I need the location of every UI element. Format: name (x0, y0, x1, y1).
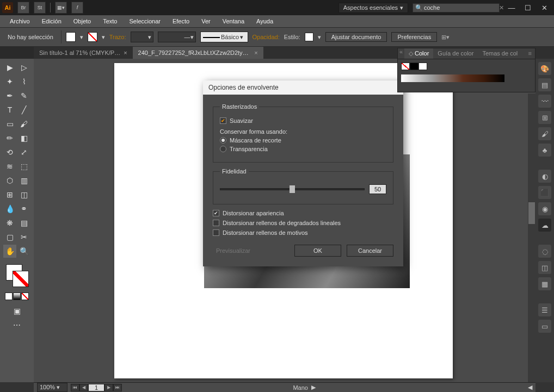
menu-seleccionar[interactable]: Seleccionar (124, 17, 165, 26)
stroke-color[interactable] (13, 271, 29, 287)
edit-toolbar-button[interactable]: ⋯ (10, 319, 23, 332)
fill-stroke-indicator[interactable] (4, 262, 30, 288)
type-tool[interactable]: T (3, 103, 16, 116)
menu-ver[interactable]: Ver (196, 17, 216, 26)
eraser-tool[interactable]: ◧ (17, 132, 30, 145)
direct-selection-tool[interactable]: ▷ (17, 61, 30, 74)
pen-tool[interactable]: ✒ (3, 89, 16, 102)
blend-tool[interactable]: ⚭ (17, 202, 30, 215)
collapse-panel-icon[interactable]: « (398, 48, 404, 59)
tab-temas[interactable]: Temas de col (478, 48, 522, 59)
artboard-number-input[interactable] (88, 384, 104, 391)
stroke-swatch[interactable] (88, 32, 97, 42)
fidelidad-value[interactable]: 50 (369, 184, 386, 194)
screen-mode-button[interactable]: ▣ (10, 304, 23, 318)
symbols2-panel-icon[interactable]: ♣ (538, 144, 551, 157)
distorsionar-degradados-checkbox[interactable]: Distorsionar rellenos de degradados line… (213, 220, 393, 226)
chevron-down-icon[interactable]: ▾ (102, 34, 105, 41)
vertical-scrollbar[interactable] (528, 94, 535, 382)
stroke-weight-dropdown[interactable]: ▾ (131, 32, 153, 42)
slice-tool[interactable]: ✂ (17, 231, 30, 244)
color-spectrum[interactable] (401, 74, 504, 82)
zoom-dropdown[interactable]: 100% ▾ (37, 383, 67, 392)
panel-menu-icon[interactable]: ≡ (525, 48, 535, 59)
close-tab-icon[interactable]: × (124, 49, 127, 56)
line-tool[interactable]: ╱ (17, 103, 30, 116)
color-panel-icon[interactable]: 🎨 (538, 62, 551, 75)
nav-prev-icon[interactable]: ◀ (79, 384, 88, 391)
swatches-panel-icon[interactable]: ▤ (538, 78, 551, 91)
gpu-icon[interactable]: f (71, 2, 83, 14)
suavizar-checkbox[interactable]: ✔Suavizar (220, 117, 386, 124)
artboards-panel-icon[interactable]: ▭ (538, 320, 551, 333)
nav-first-icon[interactable]: ⏮ (71, 384, 79, 391)
search-box[interactable]: 🔍 ✕ (413, 3, 500, 13)
hand-tool[interactable]: ✋ (3, 245, 16, 258)
stroke-panel-icon[interactable]: 🖌 (538, 127, 551, 140)
tab-guia-color[interactable]: Guía de color (433, 48, 478, 59)
var-width-dropdown[interactable]: —▾ (158, 32, 196, 42)
layers-panel-icon[interactable]: ☰ (538, 303, 551, 316)
transparencia-radio[interactable]: Transparencia (220, 146, 386, 152)
lasso-tool[interactable]: ⌇ (17, 75, 30, 88)
menu-objeto[interactable]: Objeto (68, 17, 96, 26)
panel-stroke-swatch[interactable] (410, 63, 418, 70)
document-tab[interactable]: 240_F_79227252_fRJxLbLtXZzw2D2tyyuMI4i58… (133, 47, 263, 59)
distorsionar-motivos-checkbox[interactable]: Distorsionar rellenos de motivos (213, 229, 393, 236)
minimize-button[interactable]: — (504, 2, 519, 13)
fill-swatch[interactable] (66, 32, 76, 42)
status-menu-icon[interactable]: ▶ (311, 384, 316, 391)
brush-dropdown[interactable]: Básico ▾ (200, 32, 248, 42)
transform-panel-icon[interactable]: ▦ (538, 277, 551, 290)
align-panel-icon[interactable]: ◫ (538, 261, 551, 274)
rotate-tool[interactable]: ⟲ (3, 146, 16, 159)
stock-icon[interactable]: St (34, 2, 46, 14)
align-icon[interactable]: ⊞▾ (441, 34, 450, 41)
symbols-panel-icon[interactable]: ⊞ (538, 111, 551, 124)
cc-libraries-icon[interactable]: ☁ (538, 219, 551, 232)
paintbrush-tool[interactable]: 🖌 (17, 117, 30, 130)
preferencias-button[interactable]: Preferencias (391, 32, 437, 42)
gradient-tool[interactable]: ◫ (17, 188, 30, 201)
tab-color[interactable]: Color (404, 48, 433, 59)
chevron-down-icon[interactable]: ▾ (80, 34, 83, 41)
menu-archivo[interactable]: Archivo (4, 17, 35, 26)
menu-ventana[interactable]: Ventana (217, 17, 250, 26)
mascara-radio[interactable]: Máscara de recorte (220, 137, 386, 144)
fidelidad-slider[interactable] (220, 188, 365, 190)
maximize-button[interactable]: ☐ (520, 2, 535, 13)
clear-search-icon[interactable]: ✕ (499, 4, 504, 11)
document-tab[interactable]: Sin título-1 al 71% (CMYK/P… × (34, 47, 133, 59)
menu-ayuda[interactable]: Ayuda (251, 17, 279, 26)
menu-edicion[interactable]: Edición (36, 17, 67, 26)
close-button[interactable]: ✕ (537, 2, 552, 13)
workspace-dropdown[interactable]: Aspectos esenciales ▾ (338, 3, 408, 13)
hscroll-left-icon[interactable]: ◀ (528, 384, 532, 391)
panel-swap-swatch[interactable] (418, 63, 427, 70)
brushes-panel-icon[interactable]: 〰 (538, 95, 551, 108)
nav-next-icon[interactable]: ▶ (104, 384, 113, 391)
panel-fill-swatch[interactable] (401, 63, 410, 70)
mesh-tool[interactable]: ⊞ (3, 188, 16, 201)
pencil-tool[interactable]: ✏ (3, 132, 16, 145)
shape-builder-tool[interactable]: ⬡ (3, 174, 16, 187)
graphic-styles-icon[interactable]: ◌ (538, 245, 551, 258)
perspective-tool[interactable]: ▥ (17, 174, 30, 187)
scale-tool[interactable]: ⤢ (17, 146, 30, 159)
transparency-panel-icon[interactable]: ◐ (538, 170, 551, 183)
gradient-button[interactable] (13, 293, 21, 300)
nav-last-icon[interactable]: ⏭ (113, 384, 122, 391)
none-button[interactable] (21, 293, 29, 300)
ajustar-documento-button[interactable]: Ajustar documento (325, 32, 387, 42)
close-tab-icon[interactable]: × (254, 49, 257, 56)
solid-color-button[interactable] (5, 293, 13, 300)
menu-texto[interactable]: Texto (97, 17, 122, 26)
bridge-icon[interactable]: Br (17, 2, 29, 14)
curvature-tool[interactable]: ✎ (17, 89, 30, 102)
distorsionar-apariencia-checkbox[interactable]: ✔Distorsionar apariencia (213, 210, 393, 216)
style-swatch[interactable] (305, 33, 313, 41)
zoom-tool[interactable]: 🔍 (17, 245, 30, 258)
menu-efecto[interactable]: Efecto (167, 17, 195, 26)
gradient-panel-icon[interactable]: ⬛ (538, 186, 551, 199)
ok-button[interactable]: OK (294, 245, 341, 257)
